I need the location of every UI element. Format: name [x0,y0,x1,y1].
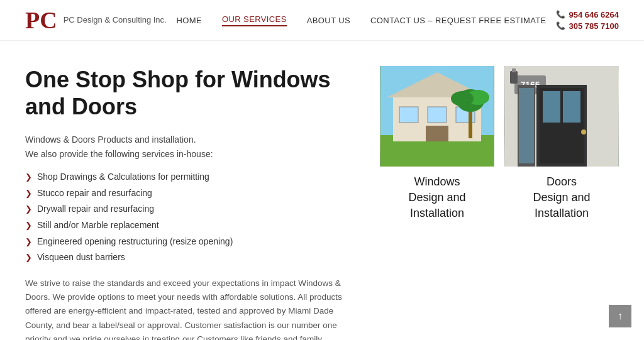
doors-image: 7165 [504,66,619,167]
svg-rect-7 [426,126,448,141]
service-label: Shop Drawings & Calculations for permitt… [37,171,209,184]
service-label: Visqueen dust barriers [37,251,125,264]
service-label: Still and/or Marble replacement [37,219,159,232]
intro-line2: We also provide the following services i… [25,149,213,159]
intro-line1: Windows & Doors Products and installatio… [25,134,196,145]
svg-rect-18 [563,91,580,123]
phone2-icon: 📞 [556,21,565,30]
nav-about-us[interactable]: ABOUT US [307,16,350,25]
svg-rect-4 [399,107,418,123]
svg-rect-5 [428,107,447,123]
page-title: One Stop Shop for Windows and Doors [25,66,355,120]
svg-rect-23 [512,69,516,72]
list-item: ❯ Stucco repair and resurfacing [25,187,355,200]
svg-point-11 [451,91,474,106]
nav-home[interactable]: HOME [176,16,202,25]
chevron-icon: ❯ [25,220,32,231]
chevron-icon: ❯ [25,172,32,183]
chevron-icon: ❯ [25,204,32,215]
service-label: Stucco repair and resurfacing [37,187,152,200]
main-nav: HOME OUR SERVICES ABOUT US CONTACT US – … [176,14,546,26]
left-column: One Stop Shop for Windows and Doors Wind… [25,66,355,340]
doors-card-label: DoorsDesign andInstallation [533,174,590,222]
phone1-line: 📞 954 646 6264 [556,10,619,19]
main-content: One Stop Shop for Windows and Doors Wind… [0,41,644,340]
service-label: Drywall repair and resurfacing [37,203,154,216]
phone1-icon: 📞 [556,10,565,19]
phone1-number: 954 646 6264 [569,10,619,19]
svg-rect-21 [519,88,534,163]
service-label: Engineered opening restructuring (resize… [37,236,233,248]
phone2-number: 305 785 7100 [569,21,619,31]
intro-text: Windows & Doors Products and installatio… [25,133,355,161]
nav-our-services[interactable]: OUR SERVICES [222,14,287,26]
body-text: We strive to raise the standards and exc… [25,277,355,340]
svg-point-19 [581,129,586,134]
list-item: ❯ Shop Drawings & Calculations for permi… [25,171,355,184]
logo-letters: PC [25,8,57,32]
doors-card: 7165 [504,66,619,222]
chevron-icon: ❯ [25,236,32,248]
contact-info: 📞 954 646 6264 📞 305 785 7100 [556,10,619,31]
svg-rect-17 [543,91,560,123]
logo-text: PC Design & Consulting Inc. [64,14,167,26]
logo-area: PC PC Design & Consulting Inc. [25,8,167,32]
list-item: ❯ Visqueen dust barriers [25,251,355,264]
scroll-top-button[interactable]: ↑ [609,305,631,327]
services-list: ❯ Shop Drawings & Calculations for permi… [25,171,355,264]
windows-card-label: WindowsDesign andInstallation [408,174,465,222]
images-row: WindowsDesign andInstallation 7165 [380,66,619,222]
list-item: ❯ Drywall repair and resurfacing [25,203,355,216]
list-item: ❯ Engineered opening restructuring (resi… [25,236,355,248]
phone2-line: 📞 305 785 7100 [556,21,619,31]
nav-contact[interactable]: CONTACT US – REQUEST FREE ESTIMATE [370,16,547,25]
chevron-icon: ❯ [25,188,32,199]
list-item: ❯ Still and/or Marble replacement [25,219,355,232]
chevron-icon: ❯ [25,252,32,263]
svg-rect-22 [510,71,518,84]
windows-card: WindowsDesign andInstallation [380,66,494,222]
header: PC PC Design & Consulting Inc. HOME OUR … [0,0,644,41]
windows-image [380,66,494,167]
right-column: WindowsDesign andInstallation 7165 [380,66,619,340]
